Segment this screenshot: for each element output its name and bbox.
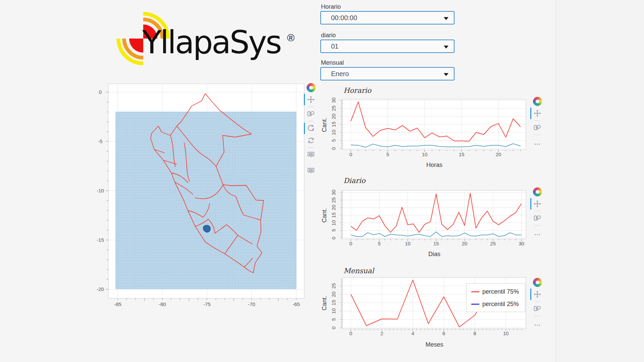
pan-tool-button[interactable] (532, 289, 542, 299)
box-zoom-tool-button[interactable] (532, 304, 542, 314)
diario-select-value: 01 (331, 43, 338, 50)
mensual-select[interactable]: Enero (320, 67, 454, 80)
toolbar-separator (534, 211, 540, 211)
more-icon (533, 319, 541, 327)
more-tool-button[interactable] (532, 228, 542, 238)
more-tool-button[interactable] (532, 137, 542, 147)
x-tick-label: 20 (492, 151, 505, 158)
logo-wordmark: YllapaSys (142, 24, 281, 61)
x-tick-label: 2 (375, 330, 388, 337)
diario-xlabel: Dias (401, 251, 468, 258)
horario-select-value: 00:00:00 (331, 14, 357, 22)
chart-title-mensual: Mensual (343, 267, 374, 275)
x-tick-label: 30 (515, 240, 528, 247)
toolbar-separator (534, 225, 540, 226)
x-tick-label: 4 (406, 330, 420, 337)
diario-toolbar (532, 187, 543, 239)
box-zoom-icon (307, 110, 315, 118)
box-zoom-icon (533, 214, 541, 222)
bokeh-logo-icon (533, 97, 542, 106)
toolbar-separator (534, 120, 540, 121)
x-tick-label: 10 (418, 151, 431, 158)
map-x-tick-label: -85 (111, 301, 124, 308)
x-tick-label: 10 (401, 240, 415, 247)
hover-tool-button[interactable] (306, 150, 316, 160)
diario-ylabel: Cant. (321, 207, 328, 224)
y-tick-label: 30 (330, 186, 337, 199)
selected-district-polygon[interactable] (203, 225, 210, 232)
x-tick-label: 20 (458, 240, 471, 247)
shaded-data-region (115, 112, 297, 289)
y-tick-label: 25 (330, 279, 337, 293)
app-root: { "app": { "logo_text": "YllapaSys", "re… (0, 0, 644, 362)
map-y-tick-label: -5 (94, 138, 107, 145)
x-tick-label: 8 (468, 330, 482, 337)
registered-mark: ® (287, 32, 294, 44)
chevron-down-icon (444, 46, 448, 49)
horario-label: Horario (321, 3, 341, 10)
mensual-legend[interactable]: percentil 75% percentil 25% (466, 283, 525, 312)
pan-tool-button[interactable] (532, 199, 542, 209)
map-y-tick-label: -15 (94, 237, 107, 243)
x-tick-label: 0 (344, 330, 358, 337)
map-x-tick-label: -65 (289, 301, 303, 308)
pan-icon (533, 290, 541, 298)
chevron-down-icon (444, 17, 448, 20)
diario-select[interactable]: 01 (320, 40, 454, 53)
toolbar-separator (534, 316, 540, 316)
toolbar-separator (534, 301, 540, 302)
reset-tool-button[interactable] (306, 135, 316, 145)
more-tool-button[interactable] (532, 318, 542, 328)
x-tick-label: 25 (486, 240, 500, 247)
x-tick-label: 0 (344, 240, 358, 247)
wheel-zoom-tool-button[interactable] (306, 123, 316, 133)
more-icon (533, 138, 541, 146)
toolbar-separator (534, 135, 540, 135)
map-y-tick-label: -10 (94, 187, 107, 194)
hover-tool-button[interactable] (306, 166, 316, 176)
y-tick-label: 30 (330, 94, 337, 107)
mensual-xlabel: Meses (401, 341, 468, 348)
horario-select[interactable]: 00:00:00 (320, 11, 454, 24)
map-x-tick-label: -70 (245, 301, 258, 308)
mensual-ylabel: Cant. (321, 295, 328, 312)
chart-title-horario: Horario (343, 86, 371, 95)
x-tick-label: 10 (499, 330, 513, 337)
bokeh-logo-icon (307, 83, 316, 92)
pan-icon (533, 200, 541, 208)
pan-tool-button[interactable] (306, 95, 316, 105)
horario-ylabel: Cant. (321, 117, 328, 133)
legend-label-p25: percentil 25% (482, 301, 519, 308)
mensual-label: Mensual (321, 59, 344, 66)
horario-toolbar (532, 96, 543, 148)
map-toolbar (305, 82, 317, 177)
x-tick-label: 6 (437, 330, 450, 337)
pan-tool-button[interactable] (532, 108, 542, 118)
x-tick-label: 0 (344, 151, 358, 158)
legend-swatch-p25 (471, 304, 479, 305)
bokeh-logo-icon (533, 187, 542, 196)
right-empty-pane (556, 0, 644, 362)
map-y-tick-label: -20 (94, 286, 107, 293)
chart-title-diario: Diario (343, 177, 365, 185)
x-tick-label: 15 (455, 151, 468, 158)
toolbar-separator (308, 121, 314, 121)
legend-label-p75: percentil 75% (482, 288, 519, 295)
hover-icon (307, 151, 315, 159)
pan-icon (533, 109, 541, 117)
toolbar-separator (308, 107, 314, 107)
plot-frame (342, 190, 526, 239)
horario-chart-plot[interactable] (338, 99, 529, 154)
box-zoom-tool-button[interactable] (532, 213, 542, 223)
toolbar-separator (308, 147, 314, 148)
diario-chart-plot[interactable] (338, 190, 529, 243)
chevron-down-icon (444, 73, 448, 76)
peru-map-plot[interactable] (104, 83, 310, 305)
box-zoom-icon (533, 305, 541, 313)
box-zoom-tool-button[interactable] (532, 123, 542, 133)
x-tick-label: 15 (429, 240, 443, 247)
horario-xlabel: Horas (401, 162, 468, 169)
diario-label: diario (321, 32, 336, 39)
box-zoom-tool-button[interactable] (306, 109, 316, 119)
hover-icon (307, 167, 315, 175)
